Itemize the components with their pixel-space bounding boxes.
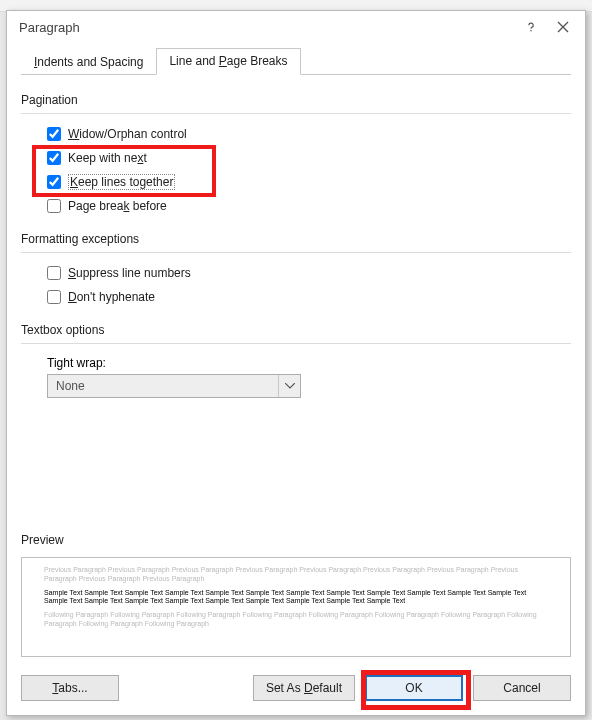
keep-lines-together-input[interactable] bbox=[47, 175, 61, 189]
preview-next-text: Following Paragraph Following Paragraph … bbox=[44, 611, 548, 629]
help-button[interactable] bbox=[515, 15, 547, 39]
keep-with-next-input[interactable] bbox=[47, 151, 61, 165]
formatting-heading: Formatting exceptions bbox=[21, 232, 571, 246]
preview-prev-text: Previous Paragraph Previous Paragraph Pr… bbox=[44, 566, 548, 584]
dont-hyphenate-checkbox[interactable]: Don't hyphenate bbox=[47, 285, 571, 309]
dont-hyphenate-input[interactable] bbox=[47, 290, 61, 304]
widow-orphan-checkbox[interactable]: Widow/Orphan control bbox=[47, 122, 571, 146]
svg-point-0 bbox=[530, 30, 532, 32]
textbox-section: Tight wrap: None bbox=[21, 343, 571, 398]
tab-strip: Indents and Spacing Line and Page Breaks bbox=[21, 47, 571, 75]
ok-label: OK bbox=[405, 681, 422, 695]
tight-wrap-select[interactable]: None bbox=[47, 374, 301, 398]
dialog-button-row: Tabs... Set As Default OK Cancel bbox=[21, 671, 571, 701]
chevron-down-icon bbox=[278, 375, 300, 397]
widow-orphan-input[interactable] bbox=[47, 127, 61, 141]
tight-wrap-label: Tight wrap: bbox=[47, 356, 571, 370]
keep-with-next-checkbox[interactable]: Keep with next bbox=[47, 146, 571, 170]
set-as-default-button[interactable]: Set As Default bbox=[253, 675, 355, 701]
paragraph-dialog: Paragraph Indents and Spacing Line and P… bbox=[6, 10, 586, 716]
tab-indents-spacing[interactable]: Indents and Spacing bbox=[21, 49, 156, 75]
textbox-heading: Textbox options bbox=[21, 323, 571, 337]
preview-box: Previous Paragraph Previous Paragraph Pr… bbox=[21, 557, 571, 657]
suppress-line-numbers-checkbox[interactable]: Suppress line numbers bbox=[47, 261, 571, 285]
suppress-line-numbers-input[interactable] bbox=[47, 266, 61, 280]
pagination-heading: Pagination bbox=[21, 93, 571, 107]
page-break-before-checkbox[interactable]: Page break before bbox=[47, 194, 571, 218]
cancel-label: Cancel bbox=[503, 681, 540, 695]
preview-heading: Preview bbox=[21, 533, 571, 547]
preview-sample-text: Sample Text Sample Text Sample Text Samp… bbox=[44, 589, 548, 607]
dialog-content: Indents and Spacing Line and Page Breaks… bbox=[7, 43, 585, 715]
pagination-section: Widow/Orphan control Keep with next Keep… bbox=[21, 113, 571, 224]
ok-button[interactable]: OK bbox=[365, 675, 463, 701]
formatting-section: Suppress line numbers Don't hyphenate bbox=[21, 252, 571, 315]
dialog-title: Paragraph bbox=[19, 20, 515, 35]
tab-line-page-breaks[interactable]: Line and Page Breaks bbox=[156, 48, 300, 75]
close-button[interactable] bbox=[547, 15, 579, 39]
tabs-button[interactable]: Tabs... bbox=[21, 675, 119, 701]
close-icon bbox=[557, 21, 569, 33]
help-icon bbox=[524, 20, 538, 34]
cancel-button[interactable]: Cancel bbox=[473, 675, 571, 701]
titlebar: Paragraph bbox=[7, 11, 585, 43]
keep-lines-together-checkbox[interactable]: Keep lines together bbox=[47, 170, 571, 194]
tight-wrap-value: None bbox=[48, 379, 278, 393]
page-break-before-input[interactable] bbox=[47, 199, 61, 213]
